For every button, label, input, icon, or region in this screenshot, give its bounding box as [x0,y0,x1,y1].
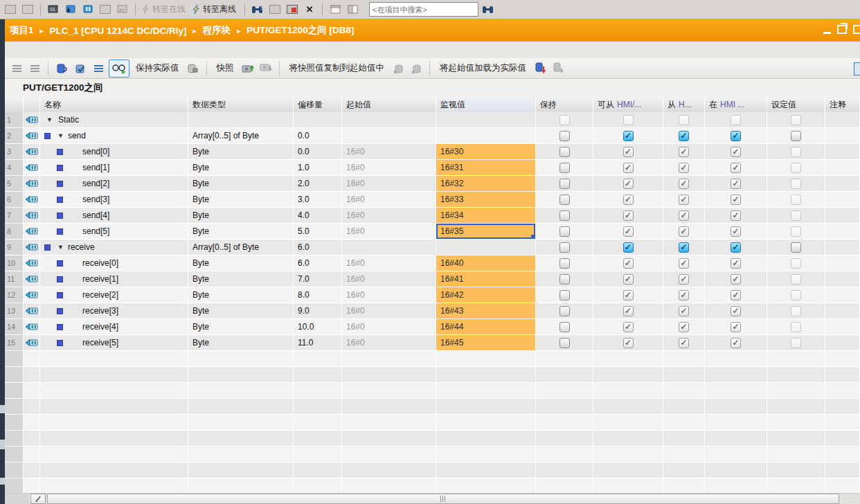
redo-icon[interactable] [20,3,35,17]
monitor-value-cell[interactable]: 16#33 [436,192,536,208]
start-value-cell[interactable]: 16#0 [342,160,436,176]
row-number[interactable] [5,462,24,478]
start-value-cell[interactable]: 16#0 [342,271,436,287]
comment-cell[interactable] [825,224,860,240]
variable-name-cell[interactable]: receive[5] [40,335,188,351]
start-value-cell[interactable]: 16#0 [342,192,436,208]
table-row[interactable]: 3send[0]Byte0.016#016#30 [5,144,860,160]
hmi-visible-checkbox[interactable] [731,242,741,253]
start-value-cell[interactable] [342,478,436,493]
monitor-value-cell[interactable]: 16#35 [436,224,536,240]
comment-cell[interactable] [825,383,860,399]
row-number[interactable] [5,478,24,493]
retain-checkbox[interactable] [559,195,570,205]
update-interface-icon[interactable] [73,61,88,76]
table-row[interactable]: 4send[1]Byte1.016#016#31 [5,160,860,176]
monitor-value-cell[interactable] [436,351,536,367]
copy-snapshot-to-start-button[interactable]: 将快照值复制到起始值中 [289,62,385,74]
monitor-value-cell[interactable]: 16#45 [436,335,536,351]
data-type-cell[interactable] [188,415,294,431]
table-row[interactable] [5,415,860,431]
variable-name-cell[interactable] [40,351,188,367]
row-number[interactable]: 5 [5,176,24,192]
col-hmi-accessible[interactable]: 可从HMI/... [593,97,663,112]
monitor-value-cell[interactable] [436,383,536,399]
variable-name-cell[interactable]: ▼Static [40,112,188,128]
comment-cell[interactable] [825,462,860,478]
data-type-cell[interactable] [188,112,294,128]
row-number[interactable]: 12 [5,287,24,303]
accessible-devices-icon[interactable]: ? [250,3,265,17]
table-row[interactable]: 8send[5]Byte5.016#016#35 [5,224,860,240]
retain-checkbox[interactable] [559,338,570,348]
table-row[interactable] [5,478,860,493]
comment-cell[interactable] [825,478,860,493]
start-value-cell[interactable]: 16#0 [342,176,436,192]
split-editor-vertical-icon[interactable] [345,3,360,17]
variable-name-cell[interactable]: receive[1] [40,271,188,287]
comment-cell[interactable] [825,160,860,176]
start-value-cell[interactable] [342,447,436,462]
hmi-writable-checkbox[interactable] [679,131,689,141]
variable-name-cell[interactable]: send[5] [40,224,188,240]
retain-checkbox[interactable] [559,306,570,316]
data-type-cell[interactable]: Array[0..5] of Byte [188,128,294,144]
col-start-value[interactable]: 起始值 [342,97,436,112]
minimize-icon[interactable] [823,26,831,34]
table-row[interactable]: 6send[3]Byte3.016#016#33 [5,192,860,208]
monitor-value-cell[interactable]: 16#34 [436,208,536,224]
data-type-cell[interactable] [188,462,294,478]
row-number[interactable]: 6 [5,192,24,208]
monitor-value-cell[interactable]: 16#42 [436,287,536,303]
data-type-cell[interactable]: Byte [188,224,294,240]
data-type-cell[interactable]: Byte [188,303,294,319]
variable-name-cell[interactable]: receive[0] [40,255,188,271]
monitor-value-cell[interactable] [436,112,536,128]
table-row[interactable]: 11receive[1]Byte7.016#016#41 [5,271,860,287]
row-number[interactable] [5,367,24,383]
start-value-cell[interactable]: 16#0 [342,224,436,240]
keep-actual-values-button[interactable]: 保持实际值 [136,62,179,74]
retain-checkbox[interactable] [559,179,570,189]
table-row[interactable] [5,462,860,478]
data-type-cell[interactable] [188,399,294,415]
table-row[interactable]: 14receive[4]Byte10.016#016#44 [5,319,860,335]
comment-cell[interactable] [825,112,860,128]
col-hmi-visible[interactable]: 在HMI ... [705,97,767,112]
monitor-value-cell[interactable] [436,431,536,447]
monitor-value-cell[interactable] [436,399,536,415]
variable-name-cell[interactable] [40,399,188,415]
retain-checkbox[interactable] [559,322,570,332]
start-value-cell[interactable] [342,415,436,431]
load-start-all-icon[interactable] [532,61,548,76]
start-value-cell[interactable]: 16#0 [342,255,436,271]
data-type-cell[interactable] [188,431,294,447]
undo-icon[interactable] [3,3,18,17]
comment-cell[interactable] [825,415,860,431]
monitor-value-cell[interactable] [436,367,536,383]
split-editor-horizontal-icon[interactable] [328,3,343,17]
variable-name-cell[interactable] [40,447,188,462]
scroll-left-button[interactable] [30,494,46,504]
data-type-cell[interactable]: Byte [188,160,294,176]
table-row[interactable]: 12receive[2]Byte8.016#016#42 [5,287,860,303]
row-number[interactable]: 15 [5,335,24,351]
col-offset[interactable]: 偏移量 [294,97,342,112]
variable-name-cell[interactable]: send[1] [40,160,188,176]
hmi-accessible-checkbox[interactable] [623,131,634,141]
row-number[interactable]: 4 [5,160,24,176]
start-value-cell[interactable] [342,112,436,128]
monitor-value-cell[interactable]: 16#32 [436,176,536,192]
search-binoculars-icon[interactable] [481,3,496,17]
expand-arrow-icon[interactable]: ▼ [57,133,64,139]
variable-name-cell[interactable] [40,462,188,478]
monitor-value-cell[interactable] [436,415,536,431]
col-monitor-value[interactable]: 监视值 [436,97,536,112]
comment-cell[interactable] [825,351,860,367]
row-number[interactable] [5,351,24,367]
upload-from-device-icon[interactable] [80,3,96,17]
comment-cell[interactable] [825,287,860,303]
monitor-value-cell[interactable]: 16#44 [436,319,536,335]
variable-name-cell[interactable] [40,431,188,447]
comment-cell[interactable] [825,240,860,255]
